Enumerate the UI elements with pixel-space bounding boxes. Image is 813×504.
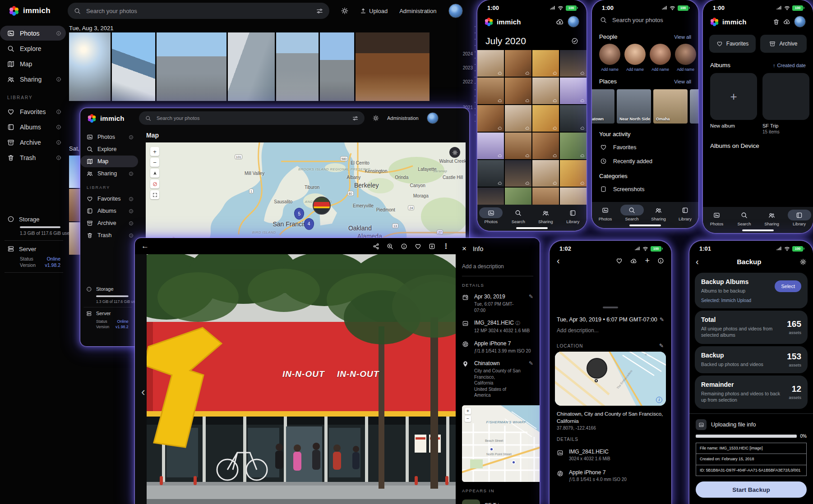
sidebar-item[interactable]: Explore bbox=[0, 41, 66, 56]
place-item[interactable]: Near North Side bbox=[617, 89, 651, 124]
photo-thumbnail[interactable] bbox=[560, 133, 587, 159]
info-icon[interactable] bbox=[401, 243, 407, 250]
photo-thumbnail[interactable] bbox=[560, 78, 587, 104]
administration-link[interactable]: Administration bbox=[399, 8, 436, 14]
sidebar-item[interactable]: Albums bbox=[80, 205, 138, 217]
nav-item[interactable]: Photos bbox=[704, 210, 730, 226]
search-filter-icon[interactable] bbox=[316, 8, 323, 14]
nav-item[interactable]: Photos bbox=[593, 205, 618, 221]
photo-thumbnail[interactable] bbox=[228, 32, 275, 101]
more-options-icon[interactable]: ⋮ bbox=[443, 242, 449, 250]
start-backup-button[interactable]: Start Backup bbox=[696, 481, 807, 498]
search-filter-icon[interactable] bbox=[352, 115, 358, 121]
photo-thumbnail[interactable] bbox=[112, 32, 155, 101]
nav-item[interactable]: Photos bbox=[478, 207, 504, 224]
description-field[interactable]: Add description... bbox=[550, 324, 671, 337]
person-item[interactable]: Add name bbox=[599, 44, 620, 72]
category-row[interactable]: Screenshots bbox=[592, 182, 698, 196]
search-input[interactable] bbox=[85, 7, 312, 15]
edit-location-icon[interactable]: ✎ bbox=[529, 360, 533, 399]
administration-link[interactable]: Administration bbox=[387, 115, 419, 121]
photo-thumbnail[interactable] bbox=[69, 222, 81, 255]
person-item[interactable]: Add name bbox=[624, 44, 646, 72]
photo-thumbnail[interactable] bbox=[505, 78, 531, 104]
photo-thumbnail[interactable] bbox=[477, 160, 504, 187]
sidebar-item[interactable]: Photos bbox=[80, 131, 138, 143]
user-avatar[interactable] bbox=[794, 16, 806, 27]
photo-thumbnail[interactable] bbox=[560, 50, 587, 77]
back-chevron-icon[interactable]: ‹ bbox=[557, 256, 560, 266]
map-bearing-button[interactable] bbox=[150, 169, 159, 178]
info-circle-icon[interactable] bbox=[56, 109, 61, 115]
photo-thumbnail[interactable] bbox=[532, 50, 559, 77]
search-bar[interactable]: Search your photos bbox=[592, 12, 698, 28]
favorites-button[interactable]: Favorites bbox=[709, 35, 756, 53]
map-settings-button[interactable] bbox=[449, 147, 460, 158]
edit-location-icon[interactable]: ✎ bbox=[659, 343, 664, 349]
info-minimap[interactable]: FISHERMAN'S WHARFBeach StreetNorth Point… bbox=[462, 405, 540, 482]
photo-thumbnail[interactable] bbox=[560, 105, 587, 132]
upload-cloud-icon[interactable] bbox=[630, 257, 637, 264]
photo-thumbnail[interactable] bbox=[532, 78, 559, 104]
user-avatar[interactable] bbox=[448, 4, 463, 18]
immich-logo[interactable]: immich bbox=[80, 114, 139, 123]
nav-item[interactable]: Sharing bbox=[533, 207, 558, 224]
sheet-drag-handle[interactable] bbox=[603, 307, 618, 308]
appears-in-album[interactable]: SF Trip 15 items bbox=[462, 496, 533, 504]
immich-logo[interactable]: immich bbox=[0, 6, 68, 16]
add-icon[interactable]: + bbox=[645, 256, 650, 266]
select-all-icon[interactable] bbox=[571, 37, 578, 45]
photo-area-dark[interactable] bbox=[550, 269, 671, 303]
map-photo-marker[interactable] bbox=[313, 197, 331, 215]
search-bar[interactable] bbox=[68, 3, 329, 19]
sidebar-item[interactable]: Favorites bbox=[0, 104, 66, 119]
sidebar-item[interactable]: Favorites bbox=[80, 193, 138, 205]
nav-item[interactable]: Sharing bbox=[646, 205, 671, 221]
theme-toggle-icon[interactable] bbox=[373, 115, 379, 121]
nav-item[interactable]: Library bbox=[673, 205, 698, 221]
sidebar-item[interactable]: Map bbox=[80, 156, 138, 167]
sidebar-item[interactable]: Sharing bbox=[80, 168, 138, 179]
search-bar[interactable] bbox=[139, 111, 365, 125]
albums-sort-button[interactable]: ↑ Created date bbox=[773, 63, 806, 68]
gear-icon[interactable] bbox=[799, 258, 807, 266]
place-item[interactable] bbox=[690, 89, 698, 124]
trash-icon[interactable] bbox=[773, 18, 780, 25]
favorite-icon[interactable] bbox=[616, 257, 623, 264]
photo-thumbnail[interactable] bbox=[276, 32, 319, 101]
photo-thumbnail[interactable] bbox=[477, 50, 504, 77]
upload-button[interactable]: Upload bbox=[360, 8, 388, 14]
info-circle-icon[interactable] bbox=[129, 209, 134, 214]
minimap-zoom-in[interactable]: + bbox=[465, 408, 471, 414]
info-circle-icon[interactable] bbox=[129, 135, 134, 140]
info-circle-icon[interactable] bbox=[56, 77, 61, 82]
nav-item[interactable]: Search bbox=[506, 207, 531, 224]
download-icon[interactable] bbox=[429, 243, 435, 250]
info-circle-icon[interactable] bbox=[129, 221, 134, 226]
nav-item[interactable]: Library bbox=[560, 207, 586, 224]
photo-thumbnail[interactable] bbox=[69, 156, 81, 188]
person-item[interactable]: Add name bbox=[650, 44, 671, 72]
info-circle-icon[interactable] bbox=[56, 140, 61, 145]
place-item[interactable]: Chinatown bbox=[592, 89, 614, 124]
map-zoom-in-button[interactable]: + bbox=[150, 147, 159, 156]
sidebar-item[interactable]: Trash bbox=[80, 229, 138, 241]
close-icon[interactable]: × bbox=[462, 244, 467, 253]
info-circle-icon[interactable] bbox=[129, 197, 134, 202]
info-circle-icon[interactable] bbox=[56, 155, 61, 160]
photo-thumbnail[interactable] bbox=[69, 189, 81, 221]
activity-row[interactable]: Recently added bbox=[592, 154, 698, 168]
nav-item[interactable]: Library bbox=[787, 210, 812, 226]
nav-item[interactable]: Search bbox=[619, 205, 645, 221]
map-filter-button[interactable] bbox=[150, 179, 159, 188]
back-icon[interactable]: ← bbox=[141, 242, 149, 251]
zoom-icon[interactable] bbox=[387, 243, 393, 250]
backup-cloud-icon[interactable] bbox=[783, 18, 790, 25]
people-view-all[interactable]: View all bbox=[674, 34, 691, 40]
photo-thumbnail[interactable] bbox=[560, 160, 587, 187]
photo-thumbnail[interactable] bbox=[356, 32, 430, 101]
photo-thumbnail[interactable] bbox=[157, 32, 226, 101]
activity-row[interactable]: Favorites bbox=[592, 140, 698, 154]
photo-thumbnail[interactable] bbox=[69, 32, 111, 101]
sidebar-item[interactable]: Sharing bbox=[0, 72, 66, 87]
